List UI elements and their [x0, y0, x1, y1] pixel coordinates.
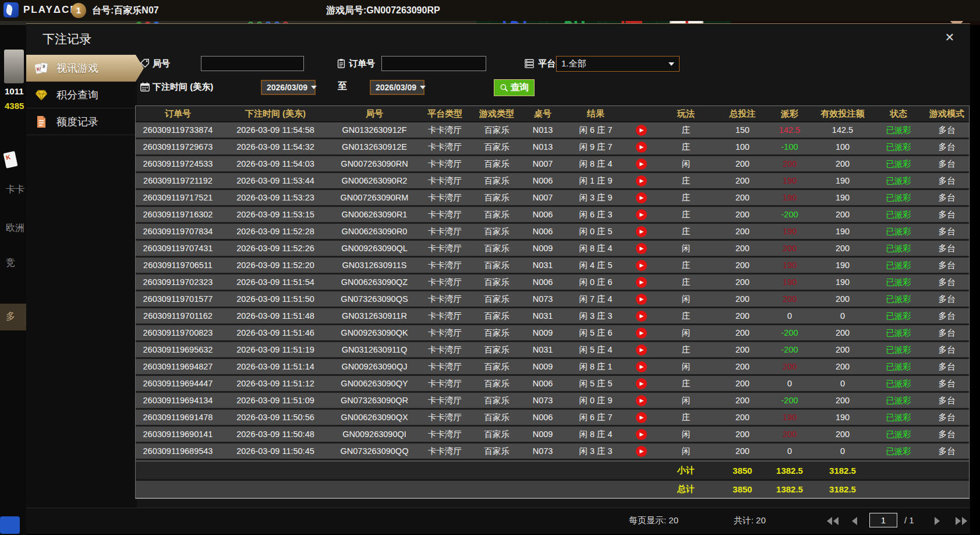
- rail-item-europe[interactable]: 欧洲: [6, 222, 24, 234]
- cell-valid: 3182.5: [812, 481, 873, 498]
- rail-item-kaka[interactable]: 卡卡: [6, 184, 24, 196]
- current-page-input[interactable]: 1: [869, 513, 897, 527]
- cell-platform: 卡卡湾厅: [418, 207, 472, 222]
- cell-order: 260309119701162: [136, 308, 220, 323]
- tab-points-query[interactable]: 积分查询: [26, 82, 137, 108]
- order-input[interactable]: [381, 56, 486, 71]
- cell-game: 百家乐: [472, 274, 522, 290]
- play-video-button[interactable]: ▶: [636, 209, 647, 220]
- play-video-button[interactable]: ▶: [636, 159, 647, 170]
- play-video-button[interactable]: ▶: [636, 328, 647, 339]
- table-row: 2603091197015772026-03-09 11:51:50GN0732…: [136, 291, 969, 308]
- date-to-select[interactable]: 2026/03/09: [370, 80, 424, 95]
- last-page-icon2[interactable]: [962, 517, 967, 525]
- cell-game: 百家乐: [472, 359, 522, 374]
- play-video-button[interactable]: ▶: [636, 260, 647, 271]
- cell-time: 2026-03-09 11:50:45: [220, 444, 331, 459]
- cell-payout: -200: [767, 325, 812, 340]
- close-icon[interactable]: ✕: [942, 30, 957, 45]
- cell-valid: 190: [812, 410, 873, 425]
- cell-mode: 多台: [924, 359, 970, 374]
- cell-order: 260309119695632: [136, 342, 220, 357]
- cell-round: GN007263090RN: [331, 156, 418, 171]
- cell-bet: 100: [717, 139, 767, 154]
- cell-mode: 多台: [924, 139, 970, 154]
- cell-mode: 多台: [924, 190, 970, 205]
- rail-item-jing[interactable]: 竞: [6, 257, 15, 269]
- play-video-button[interactable]: ▶: [636, 344, 647, 356]
- cell-round: GN0132630912E: [331, 139, 418, 154]
- cell-status: 已派彩: [873, 342, 924, 357]
- play-video-button[interactable]: ▶: [636, 125, 647, 136]
- cell-round: GN0132630912F: [331, 122, 418, 138]
- cell-play: ▶: [628, 156, 654, 171]
- play-video-button[interactable]: ▶: [636, 395, 647, 406]
- cell-platform: 卡卡湾厅: [418, 274, 472, 290]
- cell-play: ▶: [628, 427, 654, 442]
- first-page-icon2[interactable]: [833, 517, 839, 525]
- search-button[interactable]: 查询: [494, 79, 535, 96]
- play-video-button[interactable]: ▶: [636, 311, 647, 322]
- play-video-button[interactable]: ▶: [636, 226, 647, 237]
- cell-order: 260309119706511: [136, 258, 220, 273]
- cell-round: GN0312630911S: [331, 258, 418, 273]
- play-video-button[interactable]: ▶: [636, 361, 647, 372]
- date-from-select[interactable]: 2026/03/09: [261, 80, 316, 95]
- play-video-button[interactable]: ▶: [636, 243, 647, 254]
- last-page-icon[interactable]: [956, 517, 961, 525]
- play-video-button[interactable]: ▶: [636, 378, 647, 389]
- cell-bet: 200: [717, 224, 767, 239]
- cell-mode: 多台: [924, 156, 970, 171]
- cell-method: 庄: [654, 173, 717, 188]
- cell-mode: 多台: [924, 207, 970, 222]
- cell-status: 已派彩: [873, 410, 924, 425]
- cell-play: [628, 462, 654, 479]
- search-icon: [500, 83, 508, 92]
- cell-table: N031: [522, 308, 564, 323]
- cell-game: 百家乐: [472, 190, 522, 205]
- cell-bet: 200: [717, 410, 767, 425]
- play-video-button[interactable]: ▶: [636, 294, 647, 305]
- cell-table: [522, 481, 564, 498]
- table-row: 2603091196901412026-03-09 11:50:48GN0092…: [136, 427, 969, 444]
- cell-valid: 3182.5: [812, 462, 873, 479]
- cell-play: ▶: [628, 342, 654, 357]
- round-filter-label: 局号: [153, 58, 170, 69]
- rail-item-multi[interactable]: 多: [6, 311, 15, 323]
- play-video-button[interactable]: ▶: [636, 142, 647, 153]
- play-video-button[interactable]: ▶: [636, 277, 647, 288]
- avatar: [4, 50, 24, 83]
- next-page-icon[interactable]: [935, 517, 940, 525]
- cell-status: 已派彩: [873, 308, 924, 323]
- table-row: 2603091197296732026-03-09 11:54:32GN0132…: [136, 139, 969, 156]
- cell-mode: 多台: [924, 122, 970, 138]
- play-video-button[interactable]: ▶: [636, 446, 647, 457]
- cell-order: 260309119701577: [136, 291, 220, 307]
- cell-game: 百家乐: [472, 173, 522, 188]
- cell-order: 260309119690141: [136, 427, 220, 442]
- play-video-button[interactable]: ▶: [636, 175, 647, 186]
- platform-type-select[interactable]: 1.全部: [556, 56, 680, 72]
- cell-payout: 200: [767, 156, 812, 171]
- play-video-button[interactable]: ▶: [636, 192, 647, 203]
- cell-play: ▶: [628, 444, 654, 459]
- cell-round: GN073263090QR: [331, 393, 418, 408]
- platform-selected-value: 1.全部: [561, 58, 586, 69]
- cell-game: 百家乐: [472, 410, 522, 425]
- cell-time: 2026-03-09 11:51:50: [220, 291, 331, 307]
- first-page-icon[interactable]: [827, 517, 832, 525]
- cell-status: 已派彩: [873, 224, 924, 239]
- cell-mode: 多台: [924, 291, 970, 307]
- cell-platform: 卡卡湾厅: [418, 241, 472, 256]
- play-video-button[interactable]: ▶: [636, 412, 647, 423]
- cell-table: N007: [522, 190, 564, 205]
- cell-round: GN007263090RM: [331, 190, 418, 205]
- play-video-button[interactable]: ▶: [636, 429, 647, 440]
- cell-time: 2026-03-09 11:52:28: [220, 224, 331, 239]
- tab-credit-records[interactable]: 额度记录: [26, 108, 137, 135]
- cell-bet: 200: [717, 291, 767, 307]
- cell-status: 已派彩: [873, 274, 924, 290]
- round-input[interactable]: [201, 56, 304, 71]
- tab-video-games[interactable]: K♥ 9 视讯游戏: [26, 55, 144, 82]
- prev-page-icon[interactable]: [852, 517, 857, 525]
